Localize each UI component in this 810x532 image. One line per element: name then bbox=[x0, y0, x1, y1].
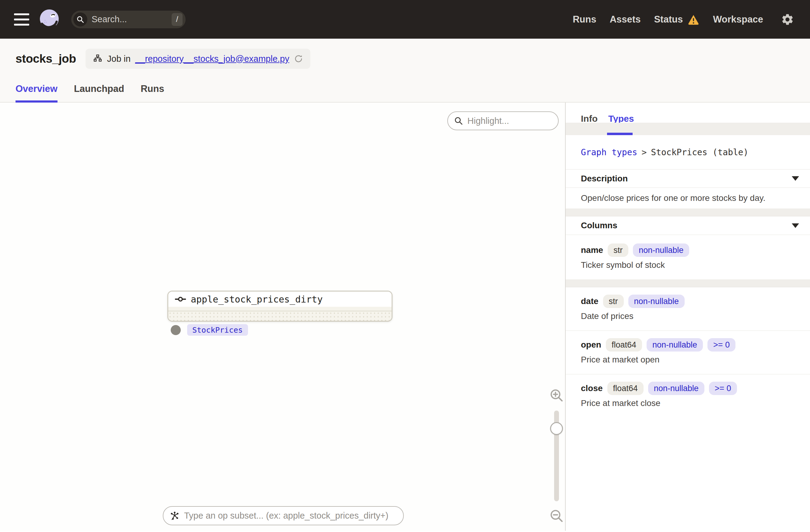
hamburger-menu-icon[interactable] bbox=[14, 13, 29, 26]
gear-icon[interactable] bbox=[781, 13, 794, 26]
description-body: Open/close prices for one or more stocks… bbox=[566, 188, 810, 209]
column-description: Date of prices bbox=[581, 311, 810, 321]
job-file-link[interactable]: __repository__stocks_job@example.py bbox=[135, 54, 289, 64]
section-spacer bbox=[566, 209, 810, 216]
top-nav: Runs Assets Status Workspace bbox=[573, 13, 794, 26]
search-shortcut-key: / bbox=[172, 13, 182, 26]
column-constraint-badge: non-nullable bbox=[648, 382, 704, 395]
op-subset-filter[interactable] bbox=[163, 506, 404, 525]
zoom-out-icon[interactable] bbox=[547, 509, 566, 523]
global-search[interactable]: / bbox=[71, 11, 185, 28]
zoom-slider-handle[interactable] bbox=[550, 422, 563, 435]
column-row-name: name str non-nullable Ticker symbol of s… bbox=[566, 243, 810, 279]
breadcrumb-graph-types-link[interactable]: Graph types bbox=[581, 147, 637, 157]
op-icon bbox=[175, 296, 186, 302]
column-description: Price at market close bbox=[581, 398, 810, 408]
job-tabs: Overview Launchpad Runs bbox=[0, 83, 810, 102]
highlight-input[interactable] bbox=[467, 116, 552, 126]
column-constraint-badge: >= 0 bbox=[708, 338, 735, 352]
column-name: name bbox=[581, 245, 603, 255]
column-description: Price at market open bbox=[581, 354, 810, 365]
nav-status[interactable]: Status bbox=[654, 13, 699, 26]
output-pin-icon[interactable] bbox=[171, 325, 181, 335]
zoom-control bbox=[547, 388, 566, 523]
page-header: stocks_job Job in __repository__stocks_j… bbox=[0, 39, 810, 102]
description-section-header[interactable]: Description bbox=[566, 169, 810, 188]
chevron-down-icon bbox=[792, 223, 799, 228]
column-row-close: close float64 non-nullable >= 0 Price at… bbox=[566, 382, 810, 408]
tab-overview[interactable]: Overview bbox=[16, 83, 58, 102]
page-title: stocks_job bbox=[16, 52, 76, 65]
refresh-icon[interactable] bbox=[294, 54, 303, 63]
nav-runs[interactable]: Runs bbox=[573, 14, 596, 25]
warning-icon bbox=[687, 13, 699, 26]
search-icon bbox=[454, 116, 463, 125]
op-node[interactable]: apple_stock_prices_dirty bbox=[167, 291, 392, 322]
column-constraint-badge: >= 0 bbox=[709, 382, 737, 395]
job-badge-prefix: Job in bbox=[107, 54, 131, 64]
column-name: close bbox=[581, 384, 603, 393]
dagster-logo-icon[interactable] bbox=[38, 8, 61, 31]
breadcrumb-separator: > bbox=[642, 147, 647, 157]
zoom-in-icon[interactable] bbox=[547, 388, 566, 403]
graph-canvas[interactable]: apple_stock_prices_dirty StockPrices bbox=[0, 102, 565, 531]
column-name: open bbox=[581, 340, 601, 350]
op-node-name: apple_stock_prices_dirty bbox=[191, 294, 323, 305]
column-description: Ticker symbol of stock bbox=[581, 260, 810, 270]
breadcrumb: Graph types > StockPrices (table) bbox=[566, 135, 810, 169]
column-type-badge: str bbox=[608, 243, 628, 257]
column-type-badge: float64 bbox=[608, 382, 644, 395]
highlight-search[interactable] bbox=[447, 111, 559, 130]
search-input[interactable] bbox=[92, 14, 172, 25]
column-type-badge: str bbox=[603, 295, 624, 308]
search-icon bbox=[73, 13, 87, 27]
op-node-body bbox=[168, 311, 392, 321]
type-info-panel: Info Types Graph types > StockPrices (ta… bbox=[566, 102, 810, 531]
nav-workspace[interactable]: Workspace bbox=[713, 14, 763, 25]
column-constraint-badge: non-nullable bbox=[647, 338, 703, 352]
panel-tab-types[interactable]: Types bbox=[608, 114, 634, 124]
column-row-open: open float64 non-nullable >= 0 Price at … bbox=[566, 338, 810, 374]
column-row-date: date str non-nullable Date of prices bbox=[566, 295, 810, 331]
output-type-chip[interactable]: StockPrices bbox=[187, 324, 248, 336]
columns-section-title: Columns bbox=[581, 221, 617, 230]
op-output: StockPrices bbox=[171, 324, 248, 336]
tab-runs[interactable]: Runs bbox=[141, 83, 164, 102]
nav-assets[interactable]: Assets bbox=[610, 14, 641, 25]
column-constraint-badge: non-nullable bbox=[633, 243, 689, 257]
columns-section-header[interactable]: Columns bbox=[566, 216, 810, 235]
graph-icon bbox=[93, 54, 102, 64]
job-origin-badge: Job in __repository__stocks_job@example.… bbox=[85, 49, 310, 69]
description-section-title: Description bbox=[581, 174, 628, 183]
column-name: date bbox=[581, 296, 599, 306]
section-spacer bbox=[566, 279, 810, 287]
breadcrumb-current: StockPrices (table) bbox=[651, 147, 748, 157]
op-selector-icon bbox=[169, 511, 180, 521]
column-constraint-badge: non-nullable bbox=[628, 295, 685, 308]
panel-tabs: Info Types bbox=[566, 102, 810, 135]
column-type-badge: float64 bbox=[606, 338, 642, 352]
tab-launchpad[interactable]: Launchpad bbox=[74, 83, 124, 102]
zoom-slider-track[interactable] bbox=[554, 410, 559, 501]
top-bar: / Runs Assets Status Workspace bbox=[0, 0, 810, 39]
panel-tab-info[interactable]: Info bbox=[581, 114, 598, 124]
chevron-down-icon bbox=[792, 176, 799, 181]
op-subset-input[interactable] bbox=[184, 511, 397, 521]
